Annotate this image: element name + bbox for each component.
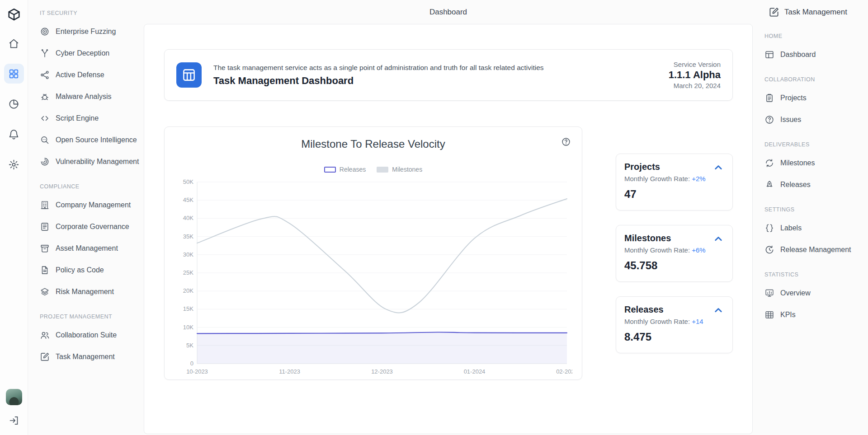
- ledger-icon: [40, 222, 50, 232]
- nav-item-projects[interactable]: Projects: [764, 87, 864, 109]
- banner-text: The task management service acts as a si…: [213, 64, 657, 87]
- nav-item-malware-analysis[interactable]: Malware Analysis: [40, 86, 140, 108]
- legend-item-milestones[interactable]: Milestones: [377, 166, 422, 173]
- columns-icon: [176, 62, 202, 88]
- nav-item-releases[interactable]: Releases: [764, 174, 864, 196]
- service-version-value: 1.1.1 Alpha: [669, 69, 721, 81]
- rail-bottom: [6, 389, 22, 429]
- nav-item-cyber-deception[interactable]: Cyber Deception: [40, 42, 140, 64]
- nav-item-label: Release Management: [780, 246, 851, 254]
- user-avatar[interactable]: [6, 389, 22, 405]
- nav-item-company-management[interactable]: Company Management: [40, 194, 140, 216]
- chevron-up-icon[interactable]: [712, 233, 724, 245]
- nav-item-active-defense[interactable]: Active Defense: [40, 64, 140, 86]
- nav-item-collaboration-suite[interactable]: Collaboration Suite: [40, 324, 140, 346]
- help-circle-icon[interactable]: [561, 137, 571, 147]
- nav-item-label: Policy as Code: [56, 266, 104, 274]
- nav-item-vulnerability-management[interactable]: Vulnerability Management: [40, 151, 140, 173]
- stat-card-growth: Monthly Growth Rate: +14: [624, 318, 703, 325]
- nav-item-label: Active Defense: [56, 71, 104, 79]
- chart-board-icon: [764, 288, 774, 298]
- nav-item-release-management[interactable]: Release Management: [764, 239, 864, 261]
- section-title-compliance: COMPLIANCE: [40, 183, 140, 190]
- building-icon: [40, 200, 50, 210]
- svg-text:40K: 40K: [183, 215, 193, 221]
- stat-cards: ProjectsMonthly Growth Rate: +2%47Milest…: [616, 154, 733, 353]
- chevron-up-icon[interactable]: [712, 304, 724, 316]
- search-dots-icon: [40, 135, 50, 145]
- nav-item-task-management[interactable]: Task Management: [40, 346, 140, 368]
- legend-item-releases[interactable]: Releases: [324, 166, 366, 173]
- svg-text:25K: 25K: [183, 269, 193, 276]
- stat-card-projects: ProjectsMonthly Growth Rate: +2%47: [616, 154, 733, 210]
- nav-item-labels[interactable]: Labels: [764, 217, 864, 239]
- stat-card-growth: Monthly Growth Rate: +6%: [624, 246, 706, 254]
- target-icon: [40, 27, 50, 37]
- svg-text:30K: 30K: [183, 251, 193, 258]
- logo[interactable]: [4, 5, 24, 24]
- service-version-label: Service Version: [669, 61, 721, 68]
- banner-description: The task management service acts as a si…: [213, 64, 657, 72]
- rail-pie-chart-button[interactable]: [4, 94, 24, 114]
- stat-card-title: Milestones: [624, 233, 706, 243]
- nav-item-dashboard[interactable]: Dashboard: [764, 44, 864, 65]
- nav-item-label: Releases: [780, 181, 811, 189]
- nav-item-overview[interactable]: Overview: [764, 282, 864, 304]
- stat-card-growth: Monthly Growth Rate: +2%: [624, 175, 706, 182]
- nav-item-label: Cyber Deception: [56, 49, 109, 57]
- stat-card-title: Releases: [624, 304, 703, 315]
- sign-out-button[interactable]: [6, 412, 22, 429]
- rail-bell-button[interactable]: [4, 124, 24, 144]
- dashboard-row: Milestone To Release Velocity ReleasesMi…: [164, 126, 733, 380]
- nav-item-label: KPIs: [780, 311, 796, 319]
- nav-item-kpis[interactable]: KPIs: [764, 304, 864, 326]
- nav-item-label: Risk Management: [56, 288, 114, 296]
- document-icon: [40, 265, 50, 275]
- chevron-up-icon[interactable]: [712, 162, 724, 173]
- task-management-icon: [769, 7, 779, 18]
- rail-home-button[interactable]: [4, 33, 24, 53]
- section-title-home: HOME: [764, 33, 864, 39]
- banner-card: The task management service acts as a si…: [164, 49, 733, 101]
- app-root: IT SECURITYEnterprise FuzzingCyber Decep…: [0, 0, 868, 435]
- app-header[interactable]: Task Management: [764, 0, 864, 24]
- svg-text:20K: 20K: [183, 287, 193, 294]
- nav-item-label: Issues: [780, 116, 801, 124]
- section-title-deliverables: DELIVERABLES: [764, 141, 864, 148]
- nav-item-enterprise-fuzzing[interactable]: Enterprise Fuzzing: [40, 21, 140, 42]
- bug-icon: [40, 92, 50, 102]
- nav-item-issues[interactable]: Issues: [764, 109, 864, 131]
- nav-item-policy-as-code[interactable]: Policy as Code: [40, 259, 140, 281]
- nodes-icon: [40, 70, 50, 80]
- edit-square-icon: [40, 352, 50, 362]
- nav-item-label: Script Engine: [56, 114, 99, 122]
- rail-gear-button[interactable]: [4, 154, 24, 174]
- nav-item-label: Vulnerability Management: [56, 158, 139, 166]
- legend-swatch: [377, 167, 388, 173]
- stat-card-value: 47: [624, 188, 724, 201]
- legend-swatch: [324, 167, 336, 173]
- section-title-project-management: PROJECT MANAGEMENT: [40, 313, 140, 320]
- archive-icon: [40, 243, 50, 253]
- spiral-icon: [40, 157, 50, 167]
- nav-item-script-engine[interactable]: Script Engine: [40, 108, 140, 129]
- nav-item-milestones[interactable]: Milestones: [764, 152, 864, 174]
- nav-item-corporate-governance[interactable]: Corporate Governance: [40, 216, 140, 238]
- branch-icon: [40, 48, 50, 58]
- nav-item-open-source-intelligence[interactable]: Open Source Intelligence: [40, 129, 140, 151]
- layers-icon: [40, 287, 50, 297]
- nav-item-risk-management[interactable]: Risk Management: [40, 281, 140, 303]
- rocket-icon: [764, 180, 774, 190]
- nav-item-label: Company Management: [56, 201, 131, 209]
- rail-grid-button[interactable]: [4, 64, 24, 84]
- banner-title: Task Management Dashboard: [213, 75, 657, 87]
- svg-text:01-2024: 01-2024: [463, 368, 485, 375]
- braces-icon: [764, 223, 774, 233]
- nav-item-label: Projects: [780, 94, 807, 102]
- refresh-icon: [764, 158, 774, 168]
- nav-item-asset-management[interactable]: Asset Management: [40, 238, 140, 259]
- svg-text:10-2023: 10-2023: [186, 368, 208, 375]
- svg-text:02-2024: 02-2024: [556, 368, 572, 375]
- velocity-line-chart: 05K10K15K20K25K30K35K40K45K50K10-202311-…: [175, 178, 572, 379]
- history-icon: [764, 245, 774, 255]
